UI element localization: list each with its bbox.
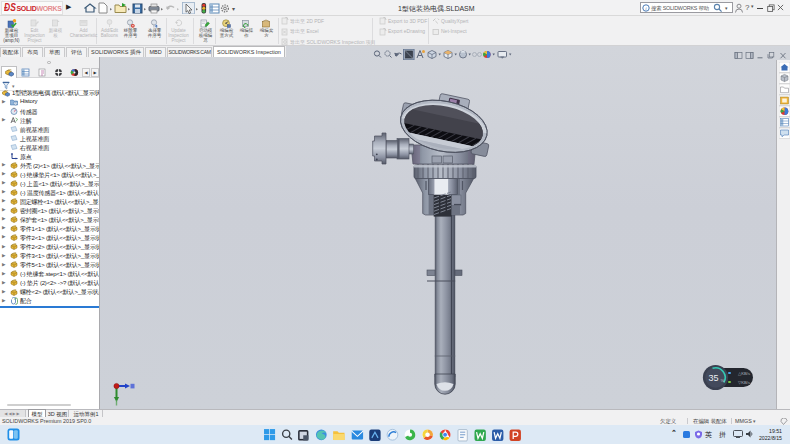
svg-text:35: 35 [708,373,718,383]
svg-text:%: % [721,378,725,383]
svg-text:i: i [645,6,647,11]
